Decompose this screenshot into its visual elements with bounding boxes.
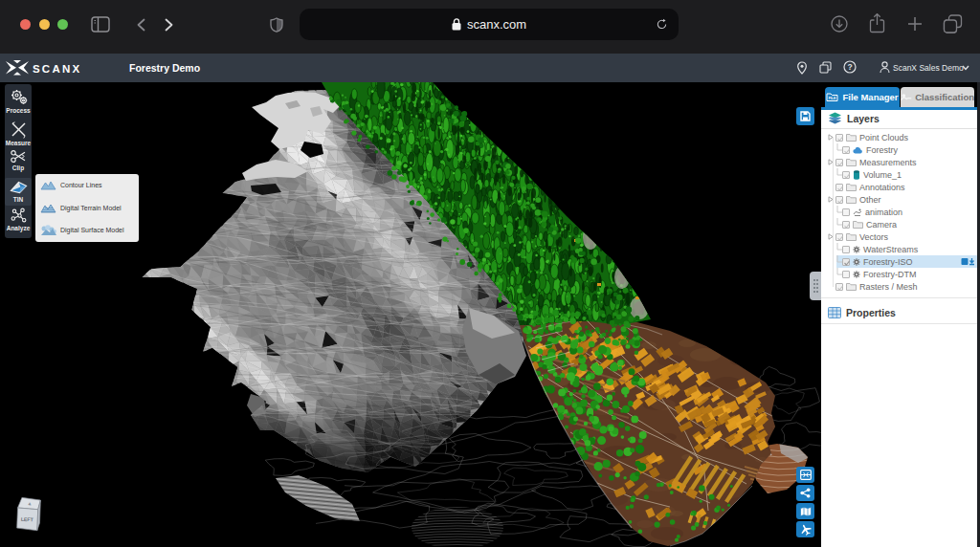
- svg-text:FILE: FILE: [829, 97, 836, 100]
- svg-text:?: ?: [847, 62, 852, 72]
- svg-text:SCANX: SCANX: [33, 63, 81, 75]
- svg-text:LEFT: LEFT: [21, 516, 34, 523]
- svg-text:▲: ▲: [27, 500, 33, 507]
